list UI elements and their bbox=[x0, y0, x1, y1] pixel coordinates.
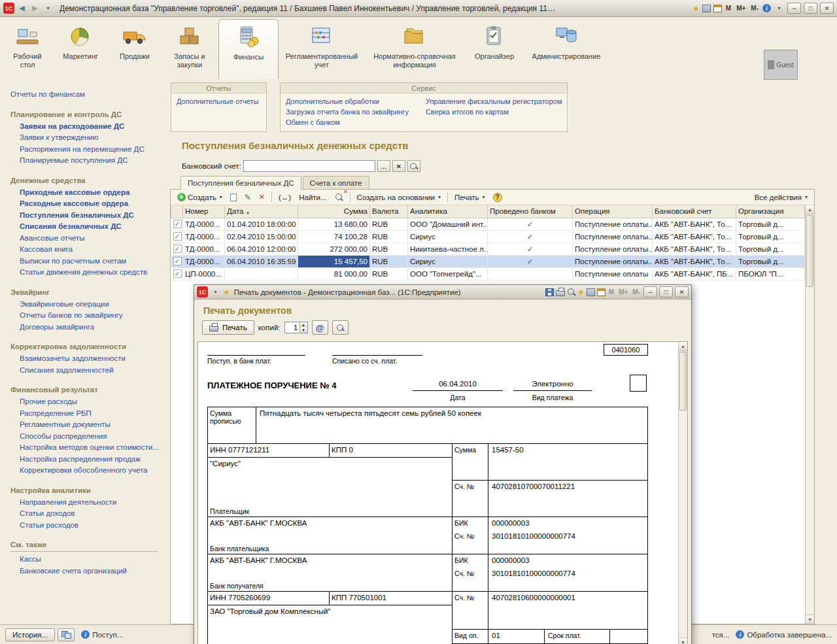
sidebar-item[interactable]: Кассы bbox=[20, 554, 169, 566]
section-organizer[interactable]: Органайзер bbox=[464, 19, 524, 79]
find-button[interactable]: Найти... bbox=[296, 191, 330, 204]
column-bank-account[interactable]: Банковский счет bbox=[653, 205, 736, 218]
save-icon[interactable] bbox=[545, 288, 554, 296]
bank-posted-check[interactable] bbox=[488, 267, 573, 280]
copy-button[interactable] bbox=[227, 191, 240, 204]
sidebar-item[interactable]: Выписки по расчетным счетам bbox=[20, 256, 169, 267]
sidebar-item[interactable]: Настройка распределения продаж bbox=[20, 454, 169, 466]
sidebar-item[interactable]: Статьи расходов bbox=[20, 520, 169, 532]
scroll-up-arrow[interactable]: ▲ bbox=[806, 205, 814, 214]
bank-account-choose-button[interactable]: ... bbox=[377, 160, 390, 172]
bank-exchange-link[interactable]: Обмен с банком bbox=[286, 117, 409, 127]
sidebar-item[interactable]: Настройка методов оценки стоимости... bbox=[20, 442, 169, 454]
additional-processing-link[interactable]: Дополнительные обработки bbox=[286, 96, 409, 107]
scroll-down-arrow[interactable]: ▼ bbox=[806, 615, 814, 624]
column-sum[interactable]: Сумма bbox=[298, 205, 370, 218]
info-button[interactable]: i bbox=[762, 4, 771, 12]
column-number[interactable]: Номер bbox=[183, 205, 225, 218]
sidebar-item-incoming-cashless[interactable]: Поступления безналичных ДС bbox=[20, 210, 169, 222]
scroll-down-arrow[interactable]: ▼ bbox=[679, 637, 687, 644]
maximize-button[interactable]: □ bbox=[804, 3, 817, 14]
bank-posted-check[interactable]: ✓ bbox=[488, 255, 573, 267]
fiscal-register-link[interactable]: Управление фискальным регистратором bbox=[426, 96, 562, 107]
close-button[interactable]: ✕ bbox=[820, 3, 834, 14]
history-button[interactable]: История... bbox=[5, 628, 55, 641]
memory-m-button[interactable]: M bbox=[725, 5, 732, 12]
status-item-left[interactable]: i Поступ... bbox=[81, 630, 123, 639]
sidebar-item[interactable]: Кассовая книга bbox=[20, 244, 169, 256]
tab-incoming-cashless[interactable]: Поступления безналичных ДС bbox=[180, 176, 301, 190]
status-item-right[interactable]: i Обработка завершена... bbox=[736, 630, 832, 639]
star-icon[interactable]: ★ bbox=[577, 288, 585, 296]
stepper-down-icon[interactable]: ▼ bbox=[300, 328, 307, 333]
zoom-button[interactable] bbox=[332, 320, 349, 335]
scroll-up-arrow[interactable]: ▲ bbox=[679, 342, 687, 351]
sidebar-item[interactable]: Расходные кассовые ордера bbox=[20, 198, 169, 210]
sidebar-item[interactable]: Регламентные документы bbox=[20, 419, 169, 431]
create-based-on-button[interactable]: Создать на основании ▾ bbox=[354, 191, 444, 204]
bank-account-clear-button[interactable]: ✕ bbox=[392, 160, 405, 172]
scroll-thumb[interactable] bbox=[679, 352, 687, 411]
section-finance[interactable]: Финансы bbox=[218, 19, 279, 79]
print-button[interactable]: Печать bbox=[202, 320, 254, 335]
section-regulated-accounting[interactable]: Регламентированный учет bbox=[279, 19, 365, 79]
memory-m-plus-button[interactable]: M+ bbox=[735, 5, 747, 12]
bank-posted-check[interactable]: ✓ bbox=[488, 243, 573, 255]
preview-icon[interactable] bbox=[567, 288, 575, 296]
card-totals-reconcile-link[interactable]: Сверка итогов по картам bbox=[426, 107, 562, 117]
sidebar-item[interactable]: Заявки к утверждению bbox=[20, 132, 169, 144]
column-organization[interactable]: Организация bbox=[736, 205, 805, 218]
section-inventory[interactable]: Запасы и закупки bbox=[161, 19, 218, 79]
minimize-button[interactable]: ─ bbox=[787, 3, 801, 14]
sidebar-item[interactable]: Эквайринговые операции bbox=[20, 299, 169, 311]
section-reference-info[interactable]: Нормативно-справочная информация bbox=[365, 19, 464, 79]
memory-m-minus-button[interactable]: M- bbox=[749, 5, 760, 12]
bank-posted-check[interactable]: ✓ bbox=[488, 218, 573, 230]
preview-vertical-scrollbar[interactable]: ▲ ▼ bbox=[678, 342, 687, 644]
edit-button[interactable]: ✎ bbox=[241, 191, 254, 204]
printer-icon[interactable] bbox=[556, 290, 565, 296]
sidebar-item[interactable]: Распоряжения на перемещение ДС bbox=[20, 144, 169, 156]
nav-history-dropdown-icon[interactable]: ▾ bbox=[43, 3, 54, 14]
favorites-icon[interactable]: ★ bbox=[692, 5, 700, 12]
refresh-button[interactable]: (↔) bbox=[275, 191, 294, 204]
dialog-close-button[interactable]: ✕ bbox=[675, 286, 689, 297]
sidebar-item[interactable]: Взаимозачеты задолженности bbox=[20, 353, 169, 365]
section-desktop[interactable]: Рабочий стол bbox=[3, 19, 52, 79]
sidebar-item[interactable]: Статьи доходов bbox=[20, 508, 169, 520]
email-button[interactable]: @ bbox=[312, 320, 328, 335]
bank-account-input[interactable] bbox=[243, 160, 375, 172]
table-row-selected[interactable]: ✓ ТД-0000... 06.04.2010 16:35:59 15 457,… bbox=[171, 255, 805, 267]
table-row[interactable]: ✓ ТД-0000... 01.04.2010 18:00:00 13 680,… bbox=[171, 218, 805, 230]
column-analytics[interactable]: Аналитика bbox=[408, 205, 488, 218]
column-operation[interactable]: Операция bbox=[573, 205, 653, 218]
sidebar-item[interactable]: Договоры эквайринга bbox=[20, 322, 169, 333]
sidebar-item[interactable]: Списания задолженностей bbox=[20, 365, 169, 377]
bank-account-open-button[interactable] bbox=[407, 160, 420, 172]
calculator-icon[interactable] bbox=[587, 288, 595, 296]
stepper-up-icon[interactable]: ▲ bbox=[300, 322, 307, 328]
dialog-titlebar[interactable]: 1С ▾ ★ Печать документов - Демонстрацион… bbox=[194, 285, 691, 299]
favorites-icon[interactable]: ★ bbox=[223, 288, 230, 296]
copies-stepper[interactable]: ▲▼ bbox=[284, 322, 308, 333]
section-sales[interactable]: Продажи bbox=[109, 19, 161, 79]
tab-invoices-to-pay[interactable]: Счета к оплате bbox=[303, 176, 369, 189]
additional-reports-link[interactable]: Дополнительные отчеты bbox=[177, 96, 258, 107]
table-row[interactable]: ✓ ТД-0000... 06.04.2010 12:00:00 272 000… bbox=[171, 243, 805, 255]
sidebar-item[interactable]: Прочие расходы bbox=[20, 396, 169, 408]
sidebar-item[interactable]: Планируемые поступления ДС bbox=[20, 155, 169, 167]
scroll-thumb[interactable] bbox=[806, 215, 813, 287]
sidebar-item[interactable]: Приходные кассовые ордера bbox=[20, 187, 169, 199]
column-bank-posted[interactable]: Проведено банком bbox=[488, 205, 573, 218]
sidebar-item[interactable]: Способы распределения bbox=[20, 431, 169, 443]
column-currency[interactable]: Валюта bbox=[370, 205, 408, 218]
stepper-arrows[interactable]: ▲▼ bbox=[299, 322, 307, 333]
sidebar-item[interactable]: Авансовые отчеты bbox=[20, 233, 169, 245]
sidebar-item[interactable]: Отчеты банков по эквайрингу bbox=[20, 310, 169, 322]
sidebar-item[interactable]: Статьи движения денежных средств bbox=[20, 267, 169, 279]
help-button[interactable]: ? bbox=[490, 191, 505, 204]
sidebar-item-finance-reports[interactable]: Отчеты по финансам bbox=[10, 89, 169, 101]
dialog-minimize-button[interactable]: ─ bbox=[643, 286, 657, 297]
sidebar-item[interactable]: Корректировки обособленного учета bbox=[20, 465, 169, 477]
calendar-icon[interactable] bbox=[597, 288, 606, 296]
